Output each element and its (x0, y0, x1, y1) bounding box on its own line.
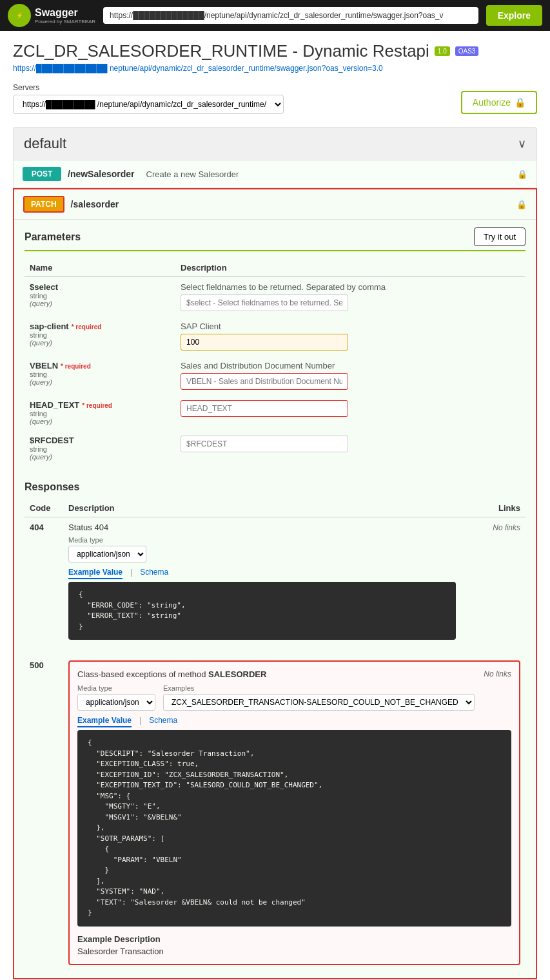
json-block-500: { "DESCRIPT": "Salesorder Transaction", … (77, 730, 511, 927)
params-table: Name Description $select string (query) … (25, 259, 525, 466)
col-code: Code (25, 499, 63, 517)
servers-select[interactable]: https://█████████ /neptune/api/dynamic/z… (13, 95, 284, 114)
swagger-logo-icon: ⚡ (8, 4, 31, 27)
patch-method-badge: PATCH (23, 196, 64, 213)
media-type-select-500[interactable]: application/json (77, 694, 155, 711)
examples-label-500: Examples (163, 684, 475, 692)
page-title-row: ZCL_DR_SALESORDER_RUNTIME - Dynamic Rest… (13, 41, 537, 61)
media-type-select-0[interactable]: application/json (68, 546, 146, 562)
schema-tab-0[interactable]: Schema (140, 568, 168, 579)
param-name-1: sap-client* required (30, 322, 170, 331)
servers-left: Servers https://█████████ /neptune/api/d… (13, 83, 453, 114)
table-row: sap-client* required string (query) SAP … (25, 316, 525, 356)
param-location-2: (query) (30, 378, 170, 386)
param-location-1: (query) (30, 339, 170, 347)
param-name-2: VBELN* required (30, 361, 170, 370)
servers-section: Servers https://█████████ /neptune/api/d… (13, 83, 537, 114)
param-desc-1: SAP Client (181, 322, 520, 331)
patch-endpoint-row: PATCH /salesorder 🔒 Parameters Try it ou… (13, 188, 537, 979)
table-row: $RFCDEST string (query) (25, 430, 525, 466)
param-input-2[interactable] (181, 373, 348, 390)
post-endpoint-row: POST /newSalesorder Create a new Salesor… (13, 160, 537, 188)
schema-tab-500[interactable]: Schema (149, 716, 177, 727)
response-links-0: No links (493, 523, 520, 532)
examples-row: Media type application/json Examples ZCX… (77, 684, 511, 711)
col-desc: Description (63, 499, 461, 517)
example-description-section: Example Description Salesorder Transacti… (77, 934, 511, 956)
post-endpoint-summary[interactable]: POST /newSalesorder Create a new Salesor… (14, 160, 536, 187)
navbar: ⚡ Swagger Powered by SMARTBEAR Explore (0, 0, 550, 31)
param-input-1[interactable] (181, 334, 348, 351)
responses-table: Code Description Links 404 Status 404 Me… (25, 499, 525, 970)
post-endpoint-path: /newSalesorder (68, 169, 135, 179)
param-type-3: string (30, 410, 170, 418)
param-type-1: string (30, 331, 170, 339)
response-500-block: Class-based exceptions of method SALESOR… (68, 660, 520, 965)
example-desc-value: Salesorder Transaction (77, 946, 511, 956)
response-row-500: 500 Class-based exceptions of method SAL… (25, 650, 525, 970)
logo-sub: Powered by SMARTBEAR (35, 19, 95, 24)
param-location-3: (query) (30, 418, 170, 425)
page-title: ZCL_DR_SALESORDER_RUNTIME - Dynamic Rest… (13, 41, 429, 61)
col-description: Description (175, 259, 525, 277)
chevron-down-icon[interactable]: ∨ (518, 137, 526, 151)
param-name-4: $RFCDEST (30, 436, 170, 445)
response-404-block: Status 404 Media type application/json E… (68, 523, 456, 640)
try-it-button[interactable]: Try it out (474, 227, 525, 246)
post-method-badge: POST (23, 167, 61, 181)
version-badge: 1.0 (435, 46, 450, 56)
param-input-3[interactable] (181, 400, 348, 417)
post-lock-icon: 🔒 (517, 169, 527, 179)
param-name-3: HEAD_TEXT* required (30, 400, 170, 410)
response-500-links: No links (484, 669, 511, 678)
page-url[interactable]: https://█████████████ neptune/api/dynami… (13, 64, 537, 73)
media-type-label-0: Media type (68, 536, 456, 544)
lock-icon: 🔒 (515, 97, 525, 108)
param-name-0: $select (30, 282, 170, 292)
param-type-2: string (30, 370, 170, 378)
parameters-section: Parameters Try it out Name Description $… (14, 220, 536, 474)
post-endpoint-desc: Create a new Salesorder (146, 169, 239, 179)
patch-endpoint-summary[interactable]: PATCH /salesorder 🔒 (14, 189, 536, 220)
param-location-4: (query) (30, 453, 170, 461)
explore-button[interactable]: Explore (486, 5, 542, 26)
param-type-4: string (30, 445, 170, 453)
response-row: 404 Status 404 Media type application/js… (25, 517, 525, 651)
url-input[interactable] (103, 7, 478, 24)
params-header: Parameters Try it out (25, 227, 525, 251)
media-type-label-500: Media type (77, 684, 155, 692)
table-row: HEAD_TEXT* required string (query) (25, 395, 525, 430)
example-tabs-0: Example Value | Schema (68, 568, 456, 579)
json-block-0: { "ERROR_CODE": "string", "ERROR_TEXT": … (68, 582, 456, 640)
servers-label: Servers (13, 83, 453, 92)
param-input-0[interactable] (181, 294, 348, 311)
examples-select-500[interactable]: ZCX_SALESORDER_TRANSACTION-SALESORD_COUL… (163, 694, 475, 711)
table-row: VBELN* required string (query) Sales and… (25, 356, 525, 395)
logo-icon-symbol: ⚡ (16, 12, 23, 19)
main-content: ZCL_DR_SALESORDER_RUNTIME - Dynamic Rest… (0, 31, 550, 980)
logo: ⚡ Swagger Powered by SMARTBEAR (8, 4, 95, 27)
example-tabs-500: Example Value | Schema (77, 716, 511, 727)
authorize-label: Authorize (473, 97, 511, 108)
example-value-tab-0[interactable]: Example Value (68, 568, 123, 579)
response-desc-0: Status 404 (68, 523, 456, 532)
responses-title: Responses (25, 481, 525, 493)
response-code-500: 500 (30, 660, 44, 670)
patch-endpoint-path: /salesorder (71, 199, 119, 209)
example-value-tab-500[interactable]: Example Value (77, 716, 132, 727)
col-name: Name (25, 259, 175, 277)
default-section-header[interactable]: default ∨ (13, 127, 537, 160)
table-row: $select string (query) Select fieldnames… (25, 277, 525, 317)
patch-lock-icon: 🔒 (516, 200, 527, 209)
param-input-4[interactable] (181, 436, 348, 452)
params-title: Parameters (25, 231, 81, 243)
section-title: default (24, 135, 66, 152)
responses-section: Responses Code Description Links 404 Sta… (14, 474, 536, 978)
param-type-0: string (30, 292, 170, 300)
authorize-button[interactable]: Authorize 🔒 (461, 91, 537, 114)
oas-badge: OAS3 (455, 46, 479, 56)
example-desc-title: Example Description (77, 934, 511, 944)
response-code-0: 404 (30, 523, 44, 532)
param-desc-2: Sales and Distribution Document Number (181, 361, 520, 370)
col-links: Links (461, 499, 525, 517)
